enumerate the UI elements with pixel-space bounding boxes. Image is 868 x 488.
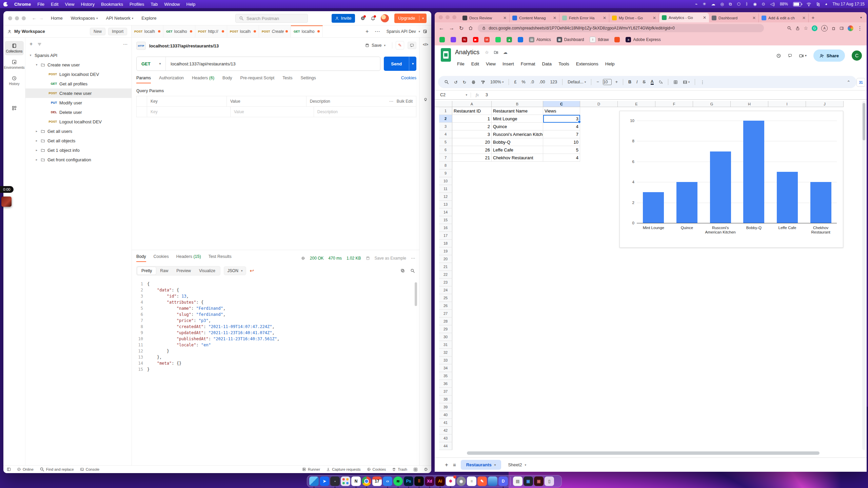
request-create-new-user[interactable]: POSTCreate new user bbox=[25, 88, 132, 98]
menubar-item-file[interactable]: File bbox=[37, 2, 44, 7]
send-options-icon[interactable]: ▾ bbox=[409, 57, 416, 71]
chart-bar-1[interactable] bbox=[643, 192, 664, 223]
chevron-right-icon[interactable]: ▸ bbox=[35, 129, 38, 133]
status-capture-requests[interactable]: Capture requests bbox=[326, 467, 360, 471]
close-icon[interactable]: ✕ bbox=[752, 16, 756, 20]
request-tab-3[interactable]: POSTlocalh bbox=[227, 25, 259, 37]
row-header-30[interactable]: 30 bbox=[439, 333, 452, 341]
menu-data[interactable]: Data bbox=[539, 60, 555, 67]
close-icon[interactable]: ✕ bbox=[653, 16, 656, 20]
response-tab-body[interactable]: Body bbox=[136, 254, 146, 262]
zoom-button[interactable] bbox=[452, 15, 456, 19]
row-header-23[interactable]: 23 bbox=[439, 279, 452, 286]
request-tab-2[interactable]: POSThttp:// bbox=[195, 25, 227, 37]
row-header-1[interactable]: 1 bbox=[439, 107, 452, 115]
folder-get-front-configuration[interactable]: ▸Get front configuration bbox=[25, 155, 132, 164]
toolbar-search-icon[interactable] bbox=[443, 79, 450, 85]
row-header-7[interactable]: 7 bbox=[439, 154, 452, 162]
chevron-right-icon[interactable]: ▸ bbox=[35, 158, 38, 161]
column-header-D[interactable]: D bbox=[580, 101, 618, 107]
folder-get-1-object-info[interactable]: ▸Get 1 object info bbox=[25, 145, 132, 155]
row-header-8[interactable]: 8 bbox=[439, 162, 452, 169]
cell-A4[interactable]: 3 bbox=[452, 130, 492, 138]
row-header-22[interactable]: 22 bbox=[439, 271, 452, 279]
sidebar-rail-collections[interactable]: Collections bbox=[5, 41, 24, 55]
close-icon[interactable]: ✕ bbox=[603, 16, 606, 20]
browser-tab-1[interactable]: Content Manag✕ bbox=[510, 14, 559, 22]
paint-format-icon[interactable] bbox=[479, 79, 487, 85]
dock-adobe-xd[interactable]: Xd bbox=[425, 476, 434, 486]
music-recognition-icon[interactable]: ◎ bbox=[720, 2, 724, 6]
row-header-36[interactable]: 36 bbox=[439, 380, 452, 388]
zoom-button[interactable] bbox=[22, 16, 26, 20]
view-raw[interactable]: Raw bbox=[156, 267, 172, 274]
extensions-puzzle-icon[interactable] bbox=[831, 26, 836, 30]
dock-spotify[interactable]: ≋ bbox=[393, 476, 403, 486]
row-header-11[interactable]: 11 bbox=[439, 185, 452, 193]
invite-button[interactable]: Invite bbox=[332, 14, 355, 23]
status-online[interactable]: Online bbox=[17, 467, 34, 471]
netflix-bookmark[interactable]: N bbox=[462, 37, 467, 42]
add-collection-icon[interactable]: + bbox=[29, 41, 33, 47]
request-login-localhost-dev[interactable]: POSTLogin localhost DEV bbox=[25, 69, 132, 79]
minimize-button[interactable] bbox=[15, 16, 19, 20]
back-icon[interactable]: ← bbox=[32, 16, 36, 21]
row-header-13[interactable]: 13 bbox=[439, 201, 452, 208]
text-color-icon[interactable]: A bbox=[649, 79, 655, 85]
code-snippet-icon[interactable]: </> bbox=[423, 42, 428, 46]
cell-C4[interactable]: 7 bbox=[543, 130, 580, 138]
close-icon[interactable]: ✕ bbox=[802, 16, 806, 20]
row-header-26[interactable]: 26 bbox=[439, 302, 452, 310]
edit-pencil-icon[interactable]: ✎ bbox=[396, 41, 404, 49]
all-sheets-icon[interactable]: ≡ bbox=[453, 462, 456, 468]
passwords-bookmark[interactable] bbox=[451, 37, 456, 42]
row-header-31[interactable]: 31 bbox=[439, 341, 452, 349]
extension-a-icon[interactable]: A bbox=[821, 25, 828, 32]
dock-spark-mail[interactable]: ➤ bbox=[320, 476, 329, 486]
settings-gear-icon[interactable] bbox=[360, 16, 365, 21]
zoom-icon[interactable] bbox=[787, 26, 792, 30]
undo-icon[interactable]: ↺ bbox=[453, 79, 459, 85]
docs-bookmark[interactable] bbox=[518, 37, 523, 42]
column-header-I[interactable]: I bbox=[768, 101, 806, 107]
avatar[interactable] bbox=[381, 14, 389, 22]
siri-icon[interactable]: ◕ bbox=[825, 2, 827, 6]
dock-minimized-window-1[interactable]: ▣ bbox=[524, 476, 533, 486]
row-header-32[interactable]: 32 bbox=[439, 349, 452, 357]
dock-notes[interactable]: ≡ bbox=[467, 476, 476, 486]
row-header-19[interactable]: 19 bbox=[439, 247, 452, 255]
more-options-icon[interactable]: ⋯ bbox=[123, 42, 127, 47]
row-header-16[interactable]: 16 bbox=[439, 224, 452, 232]
status-console[interactable]: Console bbox=[80, 467, 99, 471]
row-header-39[interactable]: 39 bbox=[439, 403, 452, 411]
increase-font-icon[interactable]: + bbox=[614, 79, 619, 85]
document-title[interactable]: Analytics bbox=[455, 49, 479, 56]
row-header-15[interactable]: 15 bbox=[439, 216, 452, 224]
volume-icon[interactable]: ◁) bbox=[770, 2, 775, 6]
response-format-dropdown[interactable]: JSON▾ bbox=[224, 266, 246, 275]
request-tab-1[interactable]: GETlocalho bbox=[163, 25, 195, 37]
italic-icon[interactable]: I bbox=[635, 79, 639, 85]
row-header-3[interactable]: 3 bbox=[439, 123, 452, 130]
share-icon[interactable] bbox=[795, 26, 800, 30]
bookmark-star-icon[interactable]: ☆ bbox=[804, 25, 808, 31]
wrap-lines-icon[interactable]: ↩ bbox=[250, 268, 254, 274]
browser-tab-4[interactable]: Analytics - Go✕ bbox=[659, 13, 709, 22]
row-header-6[interactable]: 6 bbox=[439, 146, 452, 154]
cell-C6[interactable]: 5 bbox=[543, 146, 580, 154]
drive-bookmark[interactable]: ▲ bbox=[507, 37, 512, 42]
profile-avatar[interactable] bbox=[848, 25, 853, 31]
key-input[interactable]: Key bbox=[147, 107, 231, 117]
request-logout-localhost-dev[interactable]: POSTLogout localhost DEV bbox=[25, 117, 132, 126]
collection-sparsis-api[interactable]: ▾Sparsis API bbox=[25, 50, 132, 60]
dock-discord[interactable]: D bbox=[498, 476, 508, 486]
cell-B3[interactable]: Quince bbox=[492, 123, 543, 130]
notifications-bell-icon[interactable] bbox=[371, 16, 375, 21]
request-modify-user[interactable]: PUTModify user bbox=[25, 98, 132, 107]
dock-slack[interactable]: ✱ bbox=[446, 476, 455, 486]
close-icon[interactable]: ✕ bbox=[553, 16, 556, 20]
version-history-icon[interactable] bbox=[776, 53, 781, 58]
folder-create-new-user[interactable]: ▾Create new user bbox=[25, 60, 132, 69]
decrease-decimals-icon[interactable]: .0 bbox=[529, 79, 535, 85]
browser-tab-3[interactable]: My Drive - Go✕ bbox=[609, 14, 659, 22]
